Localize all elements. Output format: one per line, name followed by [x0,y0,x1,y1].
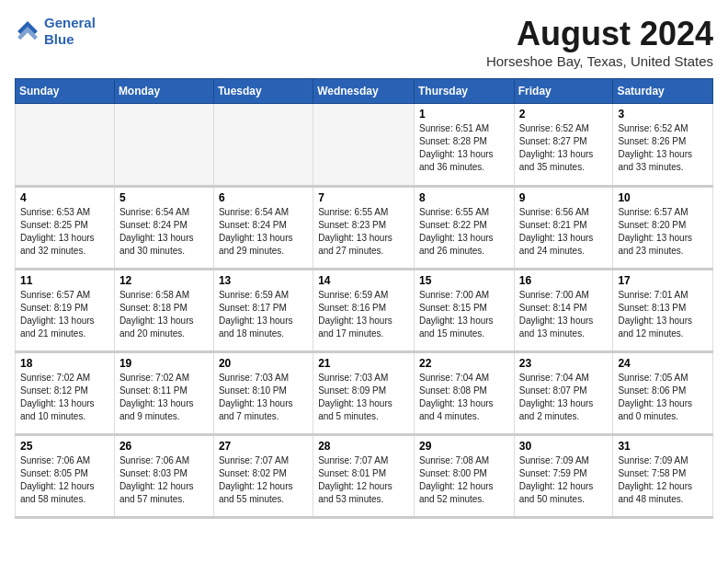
day-number: 29 [419,440,509,453]
cell-3-5: 23Sunrise: 7:04 AMSunset: 8:07 PMDayligh… [514,352,613,435]
logo-text: General Blue [44,15,96,48]
day-number: 5 [119,191,209,204]
day-info: Sunrise: 7:07 AMSunset: 8:02 PMDaylight:… [219,454,308,506]
cell-0-5: 2Sunrise: 6:52 AMSunset: 8:27 PMDaylight… [514,104,613,187]
logo: General Blue [15,15,96,48]
day-number: 13 [219,274,308,287]
cell-4-6: 31Sunrise: 7:09 AMSunset: 7:58 PMDayligh… [613,435,713,518]
day-number: 31 [618,440,708,453]
day-number: 21 [318,357,409,370]
cell-4-0: 25Sunrise: 7:06 AMSunset: 8:05 PMDayligh… [16,435,115,518]
day-info: Sunrise: 7:07 AMSunset: 8:01 PMDaylight:… [318,454,409,506]
cell-1-2: 6Sunrise: 6:54 AMSunset: 8:24 PMDaylight… [213,187,313,270]
cell-2-3: 14Sunrise: 6:59 AMSunset: 8:16 PMDayligh… [313,270,415,352]
day-info: Sunrise: 7:03 AMSunset: 8:09 PMDaylight:… [318,372,409,423]
day-number: 11 [20,274,109,287]
logo-icon [15,18,40,44]
week-row-2: 4Sunrise: 6:53 AMSunset: 8:25 PMDaylight… [16,187,713,270]
cell-0-2 [213,104,313,187]
day-number: 16 [519,274,609,287]
cell-4-3: 28Sunrise: 7:07 AMSunset: 8:01 PMDayligh… [313,435,415,518]
day-number: 2 [519,108,609,121]
cell-3-2: 20Sunrise: 7:03 AMSunset: 8:10 PMDayligh… [213,352,313,435]
day-info: Sunrise: 7:02 AMSunset: 8:12 PMDaylight:… [20,372,109,423]
cell-0-4: 1Sunrise: 6:51 AMSunset: 8:28 PMDaylight… [414,104,514,187]
day-info: Sunrise: 7:03 AMSunset: 8:10 PMDaylight:… [219,372,308,423]
day-number: 8 [419,191,509,204]
day-number: 24 [618,357,708,370]
day-info: Sunrise: 6:54 AMSunset: 8:24 PMDaylight:… [119,206,209,258]
page-header: General Blue August 2024 Horseshoe Bay, … [15,15,713,69]
day-number: 27 [219,440,308,453]
day-number: 6 [219,191,308,204]
day-number: 25 [20,440,109,453]
cell-1-0: 4Sunrise: 6:53 AMSunset: 8:25 PMDaylight… [16,187,115,270]
day-number: 19 [119,357,209,370]
day-number: 30 [519,440,609,453]
header-wednesday: Wednesday [313,79,415,104]
cell-2-2: 13Sunrise: 6:59 AMSunset: 8:17 PMDayligh… [213,270,313,352]
cell-1-5: 9Sunrise: 6:56 AMSunset: 8:21 PMDaylight… [514,187,613,270]
day-number: 9 [519,191,609,204]
logo-line2: Blue [44,31,74,47]
cell-3-0: 18Sunrise: 7:02 AMSunset: 8:12 PMDayligh… [16,352,115,435]
cell-4-2: 27Sunrise: 7:07 AMSunset: 8:02 PMDayligh… [213,435,313,518]
title-block: August 2024 Horseshoe Bay, Texas, United… [486,15,713,69]
day-info: Sunrise: 6:56 AMSunset: 8:21 PMDaylight:… [519,206,609,258]
cell-2-0: 11Sunrise: 6:57 AMSunset: 8:19 PMDayligh… [16,270,115,352]
cell-4-1: 26Sunrise: 7:06 AMSunset: 8:03 PMDayligh… [114,435,213,518]
day-info: Sunrise: 6:53 AMSunset: 8:25 PMDaylight:… [20,206,109,258]
cell-2-6: 17Sunrise: 7:01 AMSunset: 8:13 PMDayligh… [613,270,713,352]
day-info: Sunrise: 6:58 AMSunset: 8:18 PMDaylight:… [119,289,209,340]
cell-1-3: 7Sunrise: 6:55 AMSunset: 8:23 PMDaylight… [313,187,415,270]
header-saturday: Saturday [613,79,713,104]
cell-0-6: 3Sunrise: 6:52 AMSunset: 8:26 PMDaylight… [613,104,713,187]
day-info: Sunrise: 7:06 AMSunset: 8:03 PMDaylight:… [119,454,209,506]
cell-1-6: 10Sunrise: 6:57 AMSunset: 8:20 PMDayligh… [613,187,713,270]
day-info: Sunrise: 6:54 AMSunset: 8:24 PMDaylight:… [219,206,308,258]
week-row-4: 18Sunrise: 7:02 AMSunset: 8:12 PMDayligh… [16,352,713,435]
day-number: 20 [219,357,308,370]
day-number: 1 [419,108,509,121]
day-number: 18 [20,357,109,370]
day-number: 10 [618,191,708,204]
day-number: 22 [419,357,509,370]
day-info: Sunrise: 6:59 AMSunset: 8:17 PMDaylight:… [219,289,308,340]
day-info: Sunrise: 6:55 AMSunset: 8:23 PMDaylight:… [318,206,409,258]
week-row-5: 25Sunrise: 7:06 AMSunset: 8:05 PMDayligh… [16,435,713,518]
week-row-1: 1Sunrise: 6:51 AMSunset: 8:28 PMDaylight… [16,104,713,187]
header-sunday: Sunday [16,79,115,104]
day-info: Sunrise: 7:09 AMSunset: 7:59 PMDaylight:… [519,454,609,506]
cell-3-1: 19Sunrise: 7:02 AMSunset: 8:11 PMDayligh… [114,352,213,435]
page-title: August 2024 [486,15,713,53]
cell-3-3: 21Sunrise: 7:03 AMSunset: 8:09 PMDayligh… [313,352,415,435]
day-info: Sunrise: 6:59 AMSunset: 8:16 PMDaylight:… [318,289,409,340]
cell-2-1: 12Sunrise: 6:58 AMSunset: 8:18 PMDayligh… [114,270,213,352]
header-monday: Monday [114,79,213,104]
day-info: Sunrise: 7:06 AMSunset: 8:05 PMDaylight:… [20,454,109,506]
cell-4-5: 30Sunrise: 7:09 AMSunset: 7:59 PMDayligh… [514,435,613,518]
calendar-table: SundayMondayTuesdayWednesdayThursdayFrid… [15,78,713,519]
cell-2-5: 16Sunrise: 7:00 AMSunset: 8:14 PMDayligh… [514,270,613,352]
day-number: 7 [318,191,409,204]
cell-1-1: 5Sunrise: 6:54 AMSunset: 8:24 PMDaylight… [114,187,213,270]
day-number: 15 [419,274,509,287]
week-row-3: 11Sunrise: 6:57 AMSunset: 8:19 PMDayligh… [16,270,713,352]
day-number: 12 [119,274,209,287]
page-subtitle: Horseshoe Bay, Texas, United States [486,53,713,69]
day-number: 26 [119,440,209,453]
day-number: 3 [618,108,708,121]
cell-1-4: 8Sunrise: 6:55 AMSunset: 8:22 PMDaylight… [414,187,514,270]
day-info: Sunrise: 7:04 AMSunset: 8:07 PMDaylight:… [519,372,609,423]
cell-0-1 [114,104,213,187]
day-number: 17 [618,274,708,287]
day-info: Sunrise: 7:02 AMSunset: 8:11 PMDaylight:… [119,372,209,423]
day-info: Sunrise: 7:05 AMSunset: 8:06 PMDaylight:… [618,372,708,423]
logo-line1: General [44,15,96,30]
day-number: 4 [20,191,109,204]
day-info: Sunrise: 7:04 AMSunset: 8:08 PMDaylight:… [419,372,509,423]
day-info: Sunrise: 7:00 AMSunset: 8:14 PMDaylight:… [519,289,609,340]
day-number: 28 [318,440,409,453]
day-number: 23 [519,357,609,370]
day-info: Sunrise: 6:57 AMSunset: 8:19 PMDaylight:… [20,289,109,340]
